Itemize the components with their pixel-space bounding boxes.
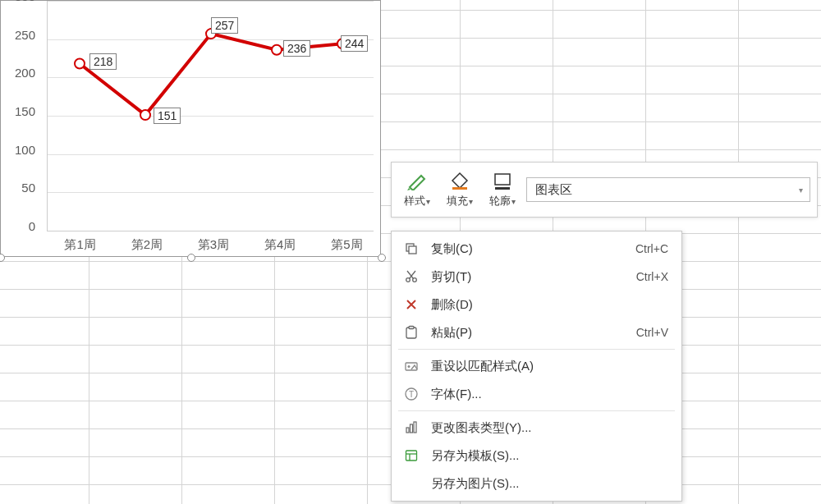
menu-copy[interactable]: 复制(C) Ctrl+C bbox=[392, 235, 681, 263]
mini-format-toolbar: 样式▾ 填充▾ 轮廓▾ 图表区 ▾ bbox=[391, 162, 818, 218]
menu-label: 另存为图片(S)... bbox=[431, 476, 668, 492]
data-label[interactable]: 151 bbox=[154, 108, 181, 124]
menu-separator bbox=[398, 349, 675, 350]
menu-cut[interactable]: 剪切(T) Ctrl+X bbox=[392, 263, 681, 291]
svg-rect-13 bbox=[409, 327, 414, 329]
menu-label: 重设以匹配样式(A) bbox=[431, 359, 668, 374]
copy-icon bbox=[403, 241, 420, 257]
x-tick: 第5周 bbox=[314, 237, 380, 253]
x-tick: 第1周 bbox=[47, 237, 113, 253]
caret-down-icon: ▾ bbox=[469, 197, 473, 206]
picture-icon bbox=[403, 475, 420, 492]
delete-icon bbox=[403, 296, 420, 313]
menu-shortcut: Ctrl+C bbox=[635, 242, 668, 255]
svg-rect-6 bbox=[495, 174, 510, 185]
y-axis: 300 250 200 150 100 50 0 bbox=[1, 0, 42, 231]
outline-icon bbox=[490, 171, 515, 192]
svg-rect-21 bbox=[406, 451, 417, 460]
fill-icon bbox=[447, 171, 472, 192]
data-label[interactable]: 257 bbox=[211, 17, 238, 34]
menu-label: 粘贴(P) bbox=[431, 325, 625, 341]
svg-point-15 bbox=[408, 365, 410, 368]
x-axis-line bbox=[47, 231, 374, 231]
chart-plot[interactable] bbox=[47, 1, 375, 231]
outline-label: 轮廓 bbox=[489, 194, 511, 208]
data-label[interactable]: 236 bbox=[283, 40, 310, 57]
fill-label: 填充 bbox=[447, 194, 468, 208]
svg-rect-5 bbox=[452, 187, 467, 190]
caret-down-icon: ▾ bbox=[799, 186, 803, 195]
menu-label: 复制(C) bbox=[431, 241, 624, 257]
svg-point-1 bbox=[140, 110, 150, 120]
chart-type-icon bbox=[403, 419, 420, 436]
menu-label: 字体(F)... bbox=[431, 387, 668, 402]
selector-value: 图表区 bbox=[535, 182, 572, 198]
menu-change-chart-type[interactable]: 更改图表类型(Y)... bbox=[392, 414, 681, 442]
menu-label: 另存为模板(S)... bbox=[431, 448, 668, 464]
x-tick: 第3周 bbox=[180, 237, 246, 253]
menu-label: 剪切(T) bbox=[431, 269, 625, 285]
style-button[interactable]: 样式▾ bbox=[398, 171, 436, 208]
menu-delete[interactable]: 删除(D) bbox=[392, 291, 681, 318]
y-tick: 300 bbox=[15, 0, 35, 3]
x-tick: 第2周 bbox=[113, 237, 180, 253]
template-icon bbox=[403, 447, 420, 464]
chart-area[interactable]: 300 250 200 150 100 50 0 218 151 257 236… bbox=[0, 0, 381, 257]
y-tick: 250 bbox=[15, 27, 35, 41]
menu-shortcut: Ctrl+V bbox=[636, 326, 668, 339]
data-label[interactable]: 244 bbox=[341, 35, 368, 52]
menu-save-picture[interactable]: 另存为图片(S)... bbox=[392, 470, 681, 497]
caret-down-icon: ▾ bbox=[426, 197, 430, 206]
y-tick: 0 bbox=[29, 219, 35, 233]
font-icon: T bbox=[403, 386, 420, 402]
svg-rect-19 bbox=[410, 424, 413, 433]
fill-button[interactable]: 填充▾ bbox=[441, 171, 479, 208]
svg-point-0 bbox=[75, 59, 85, 69]
y-tick: 100 bbox=[15, 142, 35, 156]
paste-icon bbox=[403, 324, 420, 341]
caret-down-icon: ▾ bbox=[511, 197, 516, 206]
svg-point-3 bbox=[272, 45, 282, 55]
svg-rect-7 bbox=[495, 187, 510, 190]
y-tick: 150 bbox=[15, 104, 35, 118]
data-label[interactable]: 218 bbox=[89, 53, 117, 70]
svg-rect-18 bbox=[406, 428, 409, 433]
context-menu: 复制(C) Ctrl+C 剪切(T) Ctrl+X 删除(D) 粘贴(P) Ct… bbox=[391, 231, 682, 502]
svg-text:T: T bbox=[409, 390, 414, 399]
menu-font[interactable]: T 字体(F)... bbox=[392, 380, 681, 408]
x-tick: 第4周 bbox=[247, 237, 314, 253]
y-tick: 50 bbox=[21, 181, 35, 195]
menu-reset-style[interactable]: 重设以匹配样式(A) bbox=[392, 352, 681, 380]
y-tick: 200 bbox=[15, 66, 35, 80]
selection-handle[interactable] bbox=[378, 254, 386, 262]
style-label: 样式 bbox=[404, 194, 425, 208]
brush-icon bbox=[405, 171, 429, 192]
chart-element-selector[interactable]: 图表区 ▾ bbox=[526, 177, 810, 202]
menu-shortcut: Ctrl+X bbox=[636, 270, 668, 283]
scissors-icon bbox=[403, 268, 420, 285]
menu-separator bbox=[398, 410, 675, 411]
x-axis: 第1周 第2周 第3周 第4周 第5周 bbox=[47, 237, 380, 253]
outline-button[interactable]: 轮廓▾ bbox=[484, 171, 521, 208]
menu-paste[interactable]: 粘贴(P) Ctrl+V bbox=[392, 318, 681, 346]
reset-style-icon bbox=[403, 358, 420, 374]
menu-label: 更改图表类型(Y)... bbox=[431, 420, 668, 436]
selection-handle[interactable] bbox=[187, 254, 195, 262]
svg-rect-9 bbox=[409, 246, 416, 254]
menu-save-template[interactable]: 另存为模板(S)... bbox=[392, 442, 681, 470]
svg-rect-20 bbox=[414, 422, 416, 433]
menu-label: 删除(D) bbox=[431, 297, 668, 313]
